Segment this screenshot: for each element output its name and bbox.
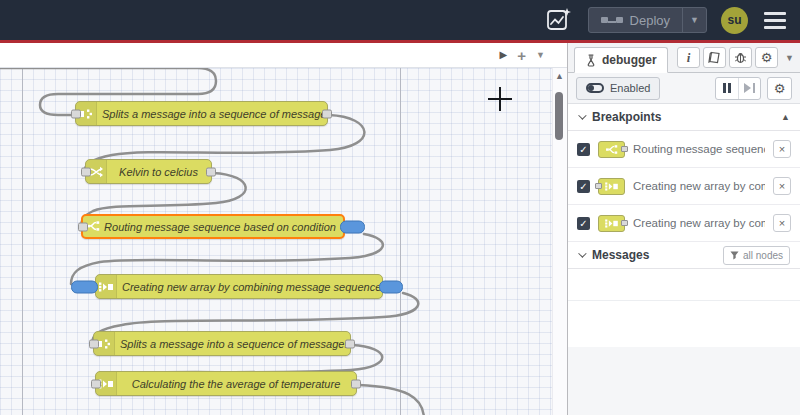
breakpoint-row[interactable]: ✓ Creating new array by combining messag… [568,168,800,205]
export-assistant-button[interactable] [544,7,574,33]
messages-empty-row [568,269,800,301]
flow-workspace[interactable]: Splits a message into a sequence of mess… [0,68,567,415]
chevron-down-icon [578,249,586,257]
remove-breakpoint-button[interactable]: × [773,140,791,158]
input-port[interactable] [71,109,81,118]
deploy-label: Deploy [630,13,670,28]
breakpoint-checkbox[interactable]: ✓ [577,143,590,156]
output-port[interactable] [345,339,355,348]
output-breakpoint-marker[interactable] [379,280,403,293]
breakpoints-section-header[interactable]: Breakpoints ▲ [568,104,800,131]
mini-join-node-icon [598,215,625,232]
tab-debugger[interactable]: debugger [574,47,668,73]
scroll-up-arrow-icon[interactable]: ▲ [555,72,564,81]
bug-icon [734,51,747,64]
messages-title: Messages [592,248,649,262]
debugger-settings-button[interactable]: ⚙ [767,77,792,100]
main-menu-button[interactable] [762,10,788,31]
main-area: ▶ + ▼ Splits a [0,43,800,415]
output-port[interactable] [322,109,332,118]
deploy-nodes-icon [601,17,623,23]
filter-label: all nodes [743,250,783,261]
switch-icon [87,218,100,236]
flow-tab-strip: ▶ + ▼ [0,43,567,68]
flow-node-join-2[interactable]: Calculating the the average of temperatu… [95,371,357,396]
flow-export-assistant-icon [546,7,572,33]
join-icon [96,275,117,298]
breakpoint-label: Creating new array by combining message … [633,217,765,229]
output-port[interactable] [351,379,361,388]
deploy-button[interactable]: Deploy ▼ [588,7,707,33]
canvas-scrollbar-thumb[interactable] [555,92,563,140]
flow-node-split-1[interactable]: Splits a message into a sequence of mess… [75,101,328,126]
user-avatar[interactable]: su [721,7,748,34]
input-port[interactable] [78,222,88,231]
mini-port-icon [621,220,628,226]
input-port[interactable] [89,339,99,348]
input-port[interactable] [81,167,91,176]
mini-port-icon [621,146,628,152]
messages-section-header[interactable]: Messages all nodes [568,242,800,269]
breakpoint-row[interactable]: ✓ Creating new array by combining messag… [568,205,800,242]
breakpoint-row[interactable]: ✓ Routing message sequence based on cond… [568,131,800,168]
canvas-scrollbar-track[interactable]: ▲ [552,68,567,415]
info-tab-button[interactable]: i [677,47,700,68]
wire [359,385,424,415]
flow-node-change[interactable]: Kelvin to celcius [85,159,212,184]
mini-switch-node-icon [598,141,625,158]
pause-button[interactable] [716,78,738,99]
node-label: Splits a message into a sequence of mess… [76,108,327,120]
breakpoint-label: Creating new array by combining message … [633,180,765,192]
gear-icon: ⚙ [761,51,773,64]
flow-node-switch[interactable]: Routing message sequence based on condit… [81,214,345,239]
flow-list-button[interactable]: ▼ [536,51,545,60]
debug-tab-button[interactable] [729,47,752,68]
debugger-enabled-toggle[interactable]: Enabled [576,77,660,100]
app-header: Deploy ▼ su [0,0,800,40]
funnel-icon [730,251,739,260]
hamburger-menu-icon [764,12,786,15]
output-breakpoint-marker[interactable] [340,220,365,233]
flask-icon [585,54,597,67]
input-breakpoint-marker[interactable] [71,280,98,293]
pause-step-group [715,77,761,100]
add-flow-button[interactable]: + [517,48,526,63]
debug-sidebar: debugger i ⚙ ▼ [568,43,800,415]
node-label: Splits a message into a sequence of mess… [94,338,350,350]
deploy-main[interactable]: Deploy [589,8,682,32]
help-tab-button[interactable] [703,47,726,68]
debugger-toolbar: Enabled ⚙ [568,73,800,104]
breakpoint-checkbox[interactable]: ✓ [577,180,590,193]
node-red-app: Deploy ▼ su ▶ + ▼ [0,0,800,415]
enabled-label: Enabled [610,82,650,94]
message-filter-button[interactable]: all nodes [723,246,790,265]
more-tabs-button[interactable]: ▼ [785,53,794,63]
toggle-icon [586,83,604,93]
breakpoint-label: Routing message sequence based on condit… [633,143,765,155]
config-tab-button[interactable]: ⚙ [755,47,778,68]
crosshair-cursor [488,87,512,111]
breakpoint-checkbox[interactable]: ✓ [577,217,590,230]
messages-empty-area [568,347,800,415]
list-scroll-up-icon[interactable]: ▲ [781,113,790,122]
input-port[interactable] [91,379,101,388]
node-label: Creating new array by combining message … [96,281,382,293]
node-label: Routing message sequence based on condit… [83,221,343,233]
pause-icon [723,83,726,93]
flow-node-join-1[interactable]: Creating new array by combining message … [95,274,383,299]
scroll-tabs-right-button[interactable]: ▶ [500,50,508,60]
sidebar-tab-buttons: i ⚙ ▼ [677,47,794,68]
deploy-options-button[interactable]: ▼ [683,8,706,32]
tab-debugger-label: debugger [602,53,657,67]
step-button[interactable] [738,78,760,99]
remove-breakpoint-button[interactable]: × [773,177,791,195]
output-port[interactable] [206,167,216,176]
book-icon [708,51,721,64]
step-forward-icon [744,83,751,93]
breakpoints-title: Breakpoints [592,110,661,124]
chevron-down-icon [578,111,586,119]
remove-breakpoint-button[interactable]: × [773,214,791,232]
flow-node-split-2[interactable]: Splits a message into a sequence of mess… [93,331,351,356]
canvas-column: ▶ + ▼ Splits a [0,43,567,415]
sidebar-tab-bar: debugger i ⚙ ▼ [568,43,800,73]
